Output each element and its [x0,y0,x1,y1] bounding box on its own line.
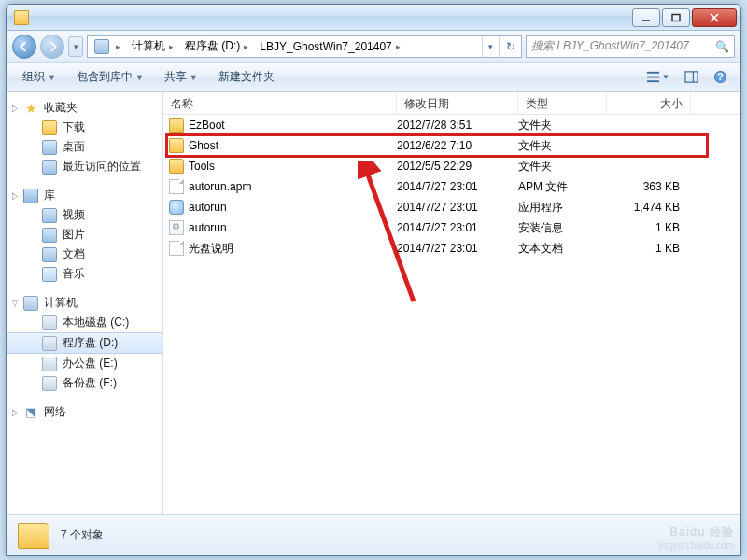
column-type[interactable]: 类型 [518,92,607,114]
forward-button[interactable] [40,35,64,59]
navbar: ▾ ▸ 计算机▸ 程序盘 (D:)▸ LBJY_GhostWin7_201407… [7,31,740,63]
sidebar-item-drive-c[interactable]: 本地磁盘 (C:) [7,313,162,332]
sidebar-group-label: 收藏夹 [44,100,78,116]
folder-icon [169,118,184,133]
file-date: 2012/6/22 7:10 [397,139,518,152]
recent-icon [42,160,57,175]
file-row[interactable]: EzBoot2012/7/28 3:51文件夹 [163,115,740,135]
file-name: EzBoot [189,119,225,132]
sidebar-item-label: 桌面 [63,139,85,155]
file-row[interactable]: 光盘说明2014/7/27 23:01文本文档1 KB [163,238,740,259]
file-name: autorun.apm [189,180,251,193]
minimize-button[interactable] [632,8,660,27]
nav-history-dropdown[interactable]: ▾ [68,36,83,57]
column-size[interactable]: 大小 [607,92,691,114]
sidebar-item-label: 办公盘 (E:) [63,356,118,371]
back-button[interactable] [12,35,36,59]
organize-label: 组织 [22,69,45,85]
sidebar-group-label: 库 [44,188,55,203]
navigation-pane[interactable]: ★收藏夹 下载 桌面 最近访问的位置 库 视频 图片 文档 音乐 计算机 本地磁… [7,92,163,514]
sidebar-libraries-header[interactable]: 库 [7,186,162,205]
file-icon [169,179,184,194]
file-type: APM 文件 [518,179,607,195]
sidebar-item-desktop[interactable]: 桌面 [7,137,162,157]
sidebar-item-label: 程序盘 (D:) [63,335,118,351]
address-bar[interactable]: ▸ 计算机▸ 程序盘 (D:)▸ LBJY_GhostWin7_201407▸ … [87,35,522,58]
app-icon [169,200,184,215]
file-date: 2012/7/28 3:51 [397,119,518,132]
sidebar-item-label: 下载 [63,119,85,135]
file-type: 文件夹 [518,159,607,175]
libraries-icon [23,189,38,203]
close-button[interactable] [692,8,737,27]
file-date: 2014/7/27 23:01 [397,221,518,234]
column-name[interactable]: 名称 [163,92,397,114]
search-placeholder: 搜索 LBJY_GhostWin7_201407 [531,38,689,54]
sidebar-item-label: 备份盘 (F:) [63,375,117,391]
search-icon: 🔍 [715,40,729,53]
sidebar-item-videos[interactable]: 视频 [7,205,162,225]
breadcrumb-drive[interactable]: 程序盘 (D:)▸ [178,36,253,57]
svg-rect-6 [647,80,659,82]
sidebar-item-pictures[interactable]: 图片 [7,225,162,245]
sidebar-item-recent[interactable]: 最近访问的位置 [7,157,162,176]
preview-pane-button[interactable] [679,67,704,87]
sidebar-item-drive-f[interactable]: 备份盘 (F:) [7,373,162,393]
breadcrumb-label: LBJY_GhostWin7_201407 [260,40,391,53]
maximize-button[interactable] [662,8,690,27]
sidebar-item-label: 音乐 [63,266,85,282]
include-label: 包含到库中 [77,69,133,85]
breadcrumb-root[interactable]: ▸ [88,36,125,57]
breadcrumb-label: 程序盘 (D:) [185,38,240,54]
svg-rect-1 [672,14,680,21]
help-button[interactable]: ? [708,67,733,87]
command-bar: 组织▼ 包含到库中▼ 共享▼ 新建文件夹 ▼ ? [7,63,740,92]
computer-icon [94,39,109,54]
breadcrumb-label: 计算机 [132,38,165,54]
sidebar-item-label: 本地磁盘 (C:) [63,315,129,330]
file-row[interactable]: autorun2014/7/27 23:01应用程序1,474 KB [163,197,740,217]
file-type: 应用程序 [518,200,607,216]
file-row[interactable]: Ghost2012/6/22 7:10文件夹 [163,135,740,156]
view-options-button[interactable]: ▼ [641,67,675,87]
sidebar-item-drive-d[interactable]: 程序盘 (D:) [7,332,162,354]
column-date[interactable]: 修改日期 [397,92,518,114]
sidebar-computer-header[interactable]: 计算机 [7,293,162,313]
pictures-icon [42,228,57,243]
column-headers: 名称 修改日期 类型 大小 [163,92,740,115]
sidebar-favorites-header[interactable]: ★收藏夹 [7,98,162,118]
file-row[interactable]: autorun2014/7/27 23:01安装信息1 KB [163,217,740,238]
file-size: 1 KB [607,242,691,255]
sidebar-item-drive-e[interactable]: 办公盘 (E:) [7,354,162,373]
organize-menu[interactable]: 组织▼ [14,65,64,89]
breadcrumb-folder[interactable]: LBJY_GhostWin7_201407▸ [253,36,404,57]
svg-text:?: ? [717,71,724,82]
sidebar-item-documents[interactable]: 文档 [7,245,162,264]
sidebar-item-label: 最近访问的位置 [63,159,141,175]
sidebar-item-label: 视频 [63,207,85,223]
sidebar-network-header[interactable]: ⬔网络 [7,402,162,422]
sidebar-item-downloads[interactable]: 下载 [7,118,162,137]
sidebar-item-label: 文档 [63,246,85,262]
file-type: 安装信息 [518,220,607,236]
titlebar[interactable] [7,5,740,31]
sidebar-item-label: 图片 [63,227,85,243]
file-size: 1 KB [607,221,691,234]
sidebar-item-music[interactable]: 音乐 [7,264,162,284]
include-in-library-menu[interactable]: 包含到库中▼ [68,65,152,89]
file-row[interactable]: autorun.apm2014/7/27 23:01APM 文件363 KB [163,176,740,197]
disk-icon [42,357,57,371]
breadcrumb-computer[interactable]: 计算机▸ [125,36,178,57]
file-row[interactable]: Tools2012/5/5 22:29文件夹 [163,156,740,176]
refresh-button[interactable]: ↻ [499,36,521,57]
desktop-icon [42,140,57,155]
music-icon [42,267,57,282]
share-menu[interactable]: 共享▼ [156,65,206,89]
newfolder-label: 新建文件夹 [218,69,275,85]
disk-icon [42,315,57,330]
address-dropdown[interactable]: ▾ [482,36,499,57]
search-box[interactable]: 搜索 LBJY_GhostWin7_201407 🔍 [526,35,735,58]
new-folder-button[interactable]: 新建文件夹 [210,65,283,89]
file-rows[interactable]: EzBoot2012/7/28 3:51文件夹Ghost2012/6/22 7:… [163,115,740,514]
sidebar-group-label: 网络 [44,404,66,420]
